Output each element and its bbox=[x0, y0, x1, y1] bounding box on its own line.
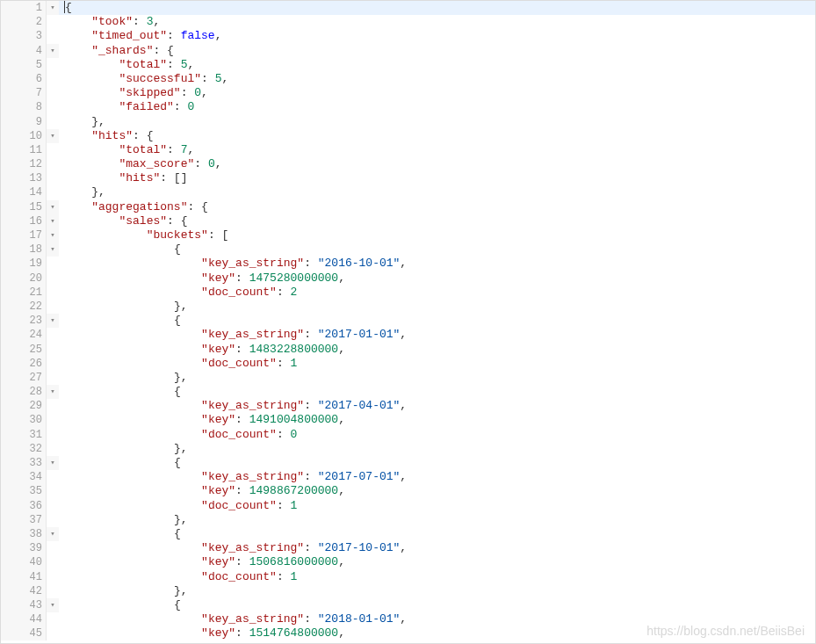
code-content[interactable]: "took": 3, bbox=[59, 15, 815, 29]
code-content[interactable]: { bbox=[59, 1, 815, 16]
code-line[interactable]: 34 "key_as_string": "2017-07-01", bbox=[1, 470, 815, 484]
code-content[interactable]: "key_as_string": "2017-07-01", bbox=[59, 470, 815, 484]
code-content[interactable]: { bbox=[59, 314, 815, 328]
code-content[interactable]: "max_score": 0, bbox=[59, 157, 815, 171]
fold-toggle-icon[interactable]: ▾ bbox=[47, 456, 59, 470]
code-line[interactable]: 21 "doc_count": 2 bbox=[1, 286, 815, 300]
code-content[interactable]: }, bbox=[59, 584, 815, 598]
code-line[interactable]: 45 "key": 1514764800000, bbox=[1, 626, 815, 640]
code-line[interactable]: 11 "total": 7, bbox=[1, 143, 815, 157]
code-line[interactable]: 17▾ "buckets": [ bbox=[1, 228, 815, 242]
code-content[interactable]: "key_as_string": "2017-04-01", bbox=[59, 399, 815, 413]
code-content[interactable]: "doc_count": 1 bbox=[59, 570, 815, 584]
code-content[interactable]: }, bbox=[59, 300, 815, 314]
fold-toggle-icon[interactable]: ▾ bbox=[47, 598, 59, 612]
code-line[interactable]: 28▾ { bbox=[1, 385, 815, 399]
code-line[interactable]: 25 "key": 1483228800000, bbox=[1, 343, 815, 357]
fold-toggle-icon[interactable]: ▾ bbox=[47, 242, 59, 257]
code-line[interactable]: 14 }, bbox=[1, 185, 815, 199]
code-content[interactable]: "total": 5, bbox=[59, 58, 815, 72]
code-content[interactable]: }, bbox=[59, 115, 815, 129]
code-content[interactable]: "key_as_string": "2016-10-01", bbox=[59, 257, 815, 271]
code-line[interactable]: 23▾ { bbox=[1, 314, 815, 328]
code-content[interactable]: }, bbox=[59, 513, 815, 527]
code-line[interactable]: 2 "took": 3, bbox=[1, 15, 815, 29]
code-line[interactable]: 9 }, bbox=[1, 115, 815, 129]
code-content[interactable]: "key": 1475280000000, bbox=[59, 271, 815, 286]
code-line[interactable]: 41 "doc_count": 1 bbox=[1, 570, 815, 584]
code-line[interactable]: 5 "total": 5, bbox=[1, 58, 815, 72]
code-line[interactable]: 39 "key_as_string": "2017-10-01", bbox=[1, 541, 815, 555]
fold-toggle-icon[interactable]: ▾ bbox=[47, 527, 59, 541]
code-line[interactable]: 44 "key_as_string": "2018-01-01", bbox=[1, 612, 815, 626]
code-line[interactable]: 13 "hits": [] bbox=[1, 171, 815, 185]
fold-toggle-icon[interactable]: ▾ bbox=[47, 200, 59, 214]
code-content[interactable]: "key": 1483228800000, bbox=[59, 343, 815, 357]
fold-toggle-icon[interactable]: ▾ bbox=[47, 1, 59, 15]
code-content[interactable]: { bbox=[59, 456, 815, 470]
code-content[interactable]: "aggregations": { bbox=[59, 200, 815, 214]
code-content[interactable]: "key": 1514764800000, bbox=[59, 626, 815, 640]
code-line[interactable]: 22 }, bbox=[1, 300, 815, 314]
code-content[interactable]: "doc_count": 1 bbox=[59, 357, 815, 371]
code-line[interactable]: 1▾{ bbox=[1, 1, 815, 15]
code-content[interactable]: "key_as_string": "2018-01-01", bbox=[59, 612, 815, 626]
code-content[interactable]: { bbox=[59, 242, 815, 257]
fold-toggle-icon[interactable]: ▾ bbox=[47, 214, 59, 228]
code-line[interactable]: 16▾ "sales": { bbox=[1, 214, 815, 228]
code-line[interactable]: 24 "key_as_string": "2017-01-01", bbox=[1, 328, 815, 342]
code-content[interactable]: "key_as_string": "2017-01-01", bbox=[59, 328, 815, 342]
code-line[interactable]: 27 }, bbox=[1, 371, 815, 385]
code-content[interactable]: "hits": [] bbox=[59, 171, 815, 185]
code-line[interactable]: 29 "key_as_string": "2017-04-01", bbox=[1, 399, 815, 413]
code-line[interactable]: 35 "key": 1498867200000, bbox=[1, 484, 815, 498]
code-line[interactable]: 4▾ "_shards": { bbox=[1, 44, 815, 58]
code-content[interactable]: "key": 1498867200000, bbox=[59, 484, 815, 498]
code-content[interactable]: { bbox=[59, 598, 815, 612]
code-content[interactable]: "doc_count": 0 bbox=[59, 428, 815, 442]
code-content[interactable]: }, bbox=[59, 185, 815, 199]
fold-toggle-icon[interactable]: ▾ bbox=[47, 44, 59, 58]
code-line[interactable]: 26 "doc_count": 1 bbox=[1, 357, 815, 371]
code-content[interactable]: "sales": { bbox=[59, 214, 815, 228]
code-content[interactable]: "doc_count": 2 bbox=[59, 286, 815, 300]
code-line[interactable]: 6 "successful": 5, bbox=[1, 72, 815, 86]
code-line[interactable]: 42 }, bbox=[1, 584, 815, 598]
code-line[interactable]: 3 "timed_out": false, bbox=[1, 29, 815, 43]
code-content[interactable]: "_shards": { bbox=[59, 44, 815, 58]
fold-toggle-icon[interactable]: ▾ bbox=[47, 314, 59, 328]
code-content[interactable]: "key_as_string": "2017-10-01", bbox=[59, 541, 815, 555]
code-content[interactable]: "key": 1506816000000, bbox=[59, 555, 815, 569]
fold-toggle-icon[interactable]: ▾ bbox=[47, 129, 59, 143]
code-line[interactable]: 7 "skipped": 0, bbox=[1, 86, 815, 100]
code-editor[interactable]: 1▾{2 "took": 3,3 "timed_out": false,4▾ "… bbox=[1, 1, 815, 643]
code-content[interactable]: { bbox=[59, 385, 815, 399]
code-line[interactable]: 40 "key": 1506816000000, bbox=[1, 555, 815, 569]
code-line[interactable]: 8 "failed": 0 bbox=[1, 100, 815, 114]
code-line[interactable]: 15▾ "aggregations": { bbox=[1, 200, 815, 214]
code-line[interactable]: 20 "key": 1475280000000, bbox=[1, 271, 815, 286]
code-content[interactable]: { bbox=[59, 527, 815, 541]
code-content[interactable]: }, bbox=[59, 442, 815, 456]
fold-toggle-icon[interactable]: ▾ bbox=[47, 385, 59, 399]
code-content[interactable]: "hits": { bbox=[59, 129, 815, 143]
code-content[interactable]: "timed_out": false, bbox=[59, 29, 815, 43]
code-line[interactable]: 12 "max_score": 0, bbox=[1, 157, 815, 171]
code-line[interactable]: 43▾ { bbox=[1, 598, 815, 612]
code-line[interactable]: 33▾ { bbox=[1, 456, 815, 470]
code-content[interactable]: "failed": 0 bbox=[59, 100, 815, 114]
code-line[interactable]: 18▾ { bbox=[1, 242, 815, 257]
code-content[interactable]: "skipped": 0, bbox=[59, 86, 815, 100]
code-line[interactable]: 32 }, bbox=[1, 442, 815, 456]
code-content[interactable]: "successful": 5, bbox=[59, 72, 815, 86]
code-line[interactable]: 37 }, bbox=[1, 513, 815, 527]
code-content[interactable]: "buckets": [ bbox=[59, 228, 815, 242]
code-line[interactable]: 10▾ "hits": { bbox=[1, 129, 815, 143]
code-line[interactable]: 30 "key": 1491004800000, bbox=[1, 413, 815, 427]
code-line[interactable]: 38▾ { bbox=[1, 527, 815, 541]
fold-toggle-icon[interactable]: ▾ bbox=[47, 228, 59, 242]
code-line[interactable]: 19 "key_as_string": "2016-10-01", bbox=[1, 257, 815, 271]
code-content[interactable]: "total": 7, bbox=[59, 143, 815, 157]
code-content[interactable]: "key": 1491004800000, bbox=[59, 413, 815, 427]
code-content[interactable]: "doc_count": 1 bbox=[59, 499, 815, 513]
